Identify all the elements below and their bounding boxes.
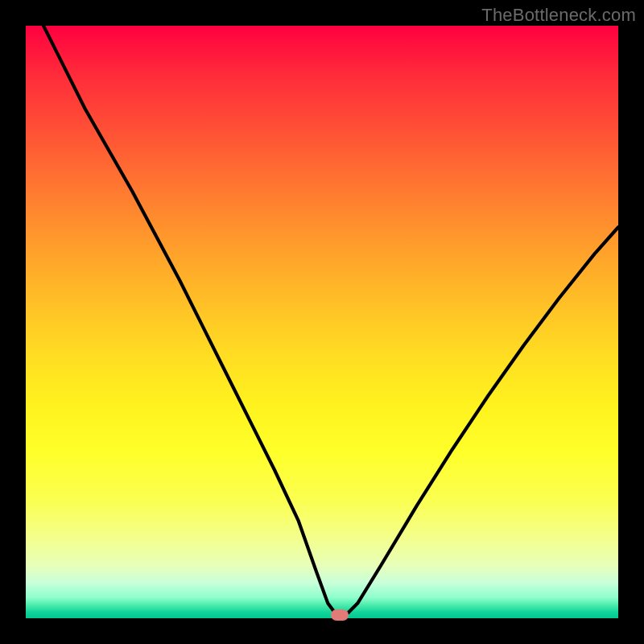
bottleneck-curve [26, 26, 618, 618]
plot-area [26, 26, 618, 618]
watermark-text: TheBottleneck.com [481, 5, 636, 26]
chart-frame: TheBottleneck.com [0, 0, 644, 644]
optimum-marker [331, 609, 349, 621]
